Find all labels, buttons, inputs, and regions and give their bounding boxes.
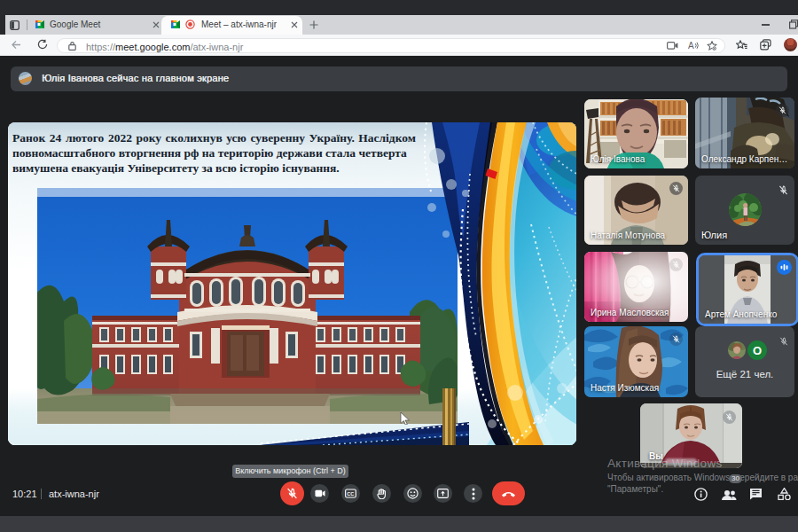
svg-text:CC: CC [347,491,354,497]
svg-text:A: A [688,41,694,51]
